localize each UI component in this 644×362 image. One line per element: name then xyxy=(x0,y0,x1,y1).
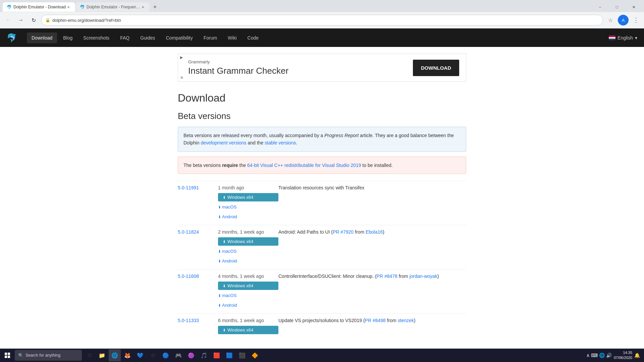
version-id-link[interactable]: 5.0-11991 xyxy=(178,185,199,190)
download-icon xyxy=(223,195,226,200)
download-icon xyxy=(218,204,221,209)
nav-download[interactable]: Download xyxy=(27,33,57,43)
tab-label-2: Dolphin Emulator - Frequently ... xyxy=(87,5,140,9)
macos-download-button[interactable]: macOS xyxy=(218,291,278,300)
macos-download-button[interactable]: macOS xyxy=(218,336,278,338)
browser-menu-button[interactable]: ⋮ xyxy=(631,15,641,25)
macos-download-button[interactable]: macOS xyxy=(218,203,278,211)
version-description: Translation resources sync with Transife… xyxy=(278,185,364,190)
address-text: dolphin-emu.org/download/?ref=btn xyxy=(52,18,121,23)
close-button[interactable]: ✕ xyxy=(626,2,641,12)
vc-redist-link[interactable]: 64-bit Visual C++ redistributable for Vi… xyxy=(247,163,361,168)
version-id-link[interactable]: 5.0-11824 xyxy=(178,229,199,235)
version-id-col: 5.0-11824 xyxy=(178,229,218,235)
stable-versions-link[interactable]: stable versions xyxy=(265,140,296,145)
tab-inactive[interactable]: 🐬 Dolphin Emulator - Frequently ... ✕ xyxy=(76,2,150,12)
user-link[interactable]: stenzek xyxy=(398,318,414,323)
android-download-button[interactable]: Android xyxy=(218,257,278,265)
nav-links: Download Blog Screenshots FAQ Guides Com… xyxy=(27,33,263,43)
back-button[interactable]: ← xyxy=(3,15,13,25)
main-content: ▶ ✕ Grammarly Instant Grammar Checker DO… xyxy=(171,47,473,338)
reload-button[interactable]: ↻ xyxy=(28,15,39,25)
version-desc-col: ControllerInterface/DSUClient: Minor cle… xyxy=(278,274,466,279)
version-row: 5.0-11991 1 month ago Windows x64 macOS … xyxy=(178,181,466,225)
dev-versions-link[interactable]: development versions xyxy=(201,140,246,145)
nav-wiki[interactable]: Wiki xyxy=(223,33,241,43)
nav-compatibility[interactable]: Compatibility xyxy=(161,33,198,43)
beta-section-title: Beta versions xyxy=(178,111,466,121)
ad-download-button[interactable]: DOWNLOAD xyxy=(413,60,459,76)
ad-close-button[interactable]: ✕ xyxy=(180,75,183,80)
user-link[interactable]: Ebola16 xyxy=(366,229,383,235)
tab-close-2[interactable]: ✕ xyxy=(140,4,146,10)
version-id-link[interactable]: 5.0-11608 xyxy=(178,274,199,279)
windows-download-button[interactable]: Windows x64 xyxy=(218,282,278,290)
browser-chrome: 🐬 Dolphin Emulator - Download ✕ 🐬 Dolphi… xyxy=(0,0,644,28)
android-download-button[interactable]: Android xyxy=(218,213,278,221)
download-icon xyxy=(218,293,221,298)
version-meta-col: 4 months, 1 week ago Windows x64 macOS A… xyxy=(218,274,278,309)
address-bar[interactable]: 🔒 dolphin-emu.org/download/?ref=btn xyxy=(41,15,603,25)
version-buttons: Windows x64 macOS Android xyxy=(218,193,278,221)
page-title: Download xyxy=(178,92,466,104)
site-nav: 🐬 Download Blog Screenshots FAQ Guides C… xyxy=(0,28,644,47)
version-id-col: 5.0-11333 xyxy=(178,318,218,323)
ad-content: Grammarly Instant Grammar Checker xyxy=(185,59,288,76)
nav-screenshots[interactable]: Screenshots xyxy=(78,33,114,43)
minimize-button[interactable]: − xyxy=(592,2,608,12)
nav-forum[interactable]: Forum xyxy=(199,33,222,43)
version-desc-col: Android: Add Paths to UI (PR #7920 from … xyxy=(278,229,466,235)
tab-active[interactable]: 🐬 Dolphin Emulator - Download ✕ xyxy=(3,2,75,12)
version-meta-col: 1 month ago Windows x64 macOS Android xyxy=(218,185,278,221)
download-icon xyxy=(218,258,221,263)
maximize-button[interactable]: □ xyxy=(609,2,625,12)
download-icon xyxy=(218,303,221,308)
nav-guides[interactable]: Guides xyxy=(136,33,160,43)
new-tab-button[interactable]: + xyxy=(150,2,160,12)
toolbar: ← → ↻ 🔒 dolphin-emu.org/download/?ref=bt… xyxy=(0,12,644,28)
tab-label-1: Dolphin Emulator - Download xyxy=(13,5,66,9)
version-id-col: 5.0-11991 xyxy=(178,185,218,190)
site-wrapper: 🐬 Download Blog Screenshots FAQ Guides C… xyxy=(0,28,644,338)
nav-language[interactable]: English ▾ xyxy=(609,35,637,41)
pr-link[interactable]: PR #8498 xyxy=(365,318,386,323)
site-logo[interactable]: 🐬 xyxy=(7,33,17,43)
ad-triangle-icon: ▶ xyxy=(180,55,183,60)
profile-button[interactable]: A xyxy=(618,15,629,25)
tab-close-1[interactable]: ✕ xyxy=(66,4,71,10)
ad-title: Instant Grammar Checker xyxy=(188,66,288,76)
language-label: English xyxy=(618,35,633,41)
pr-link[interactable]: PR #8478 xyxy=(377,274,397,279)
version-list: 5.0-11991 1 month ago Windows x64 macOS … xyxy=(178,181,466,338)
android-download-button[interactable]: Android xyxy=(218,301,278,309)
pr-link[interactable]: PR #7920 xyxy=(333,229,354,235)
macos-download-button[interactable]: macOS xyxy=(218,247,278,255)
version-time: 2 months, 1 week ago xyxy=(218,229,278,235)
version-id-link[interactable]: 5.0-11333 xyxy=(178,318,199,323)
nav-code[interactable]: Code xyxy=(243,33,263,43)
forward-button[interactable]: → xyxy=(15,15,26,25)
windows-download-button[interactable]: Windows x64 xyxy=(218,326,278,334)
nav-faq[interactable]: FAQ xyxy=(115,33,134,43)
version-desc-col: Translation resources sync with Transife… xyxy=(278,185,466,190)
language-dropdown-icon: ▾ xyxy=(635,35,637,41)
windows-download-button[interactable]: Windows x64 xyxy=(218,193,278,201)
version-id-col: 5.0-11608 xyxy=(178,274,218,279)
bookmark-star-button[interactable]: ☆ xyxy=(605,15,616,25)
user-link[interactable]: jordan-woyak xyxy=(410,274,437,279)
title-bar: 🐬 Dolphin Emulator - Download ✕ 🐬 Dolphi… xyxy=(0,0,644,12)
version-buttons: Windows x64 macOS Android xyxy=(218,326,278,338)
download-icon xyxy=(223,239,226,244)
version-row: 5.0-11333 6 months, 1 week ago Windows x… xyxy=(178,314,466,338)
version-desc-col: Update VS projects/solutions to VS2019 (… xyxy=(278,318,466,323)
nav-blog[interactable]: Blog xyxy=(58,33,77,43)
flag-icon xyxy=(609,36,615,40)
windows-download-button[interactable]: Windows x64 xyxy=(218,237,278,246)
download-icon xyxy=(223,283,226,288)
version-time: 1 month ago xyxy=(218,185,278,190)
ad-label: ▶ xyxy=(180,55,183,60)
version-buttons: Windows x64 macOS Android xyxy=(218,237,278,265)
version-time: 6 months, 1 week ago xyxy=(218,318,278,323)
beta-info-box: Beta versions are released every month, … xyxy=(178,127,466,152)
tab-favicon-2: 🐬 xyxy=(80,5,85,9)
